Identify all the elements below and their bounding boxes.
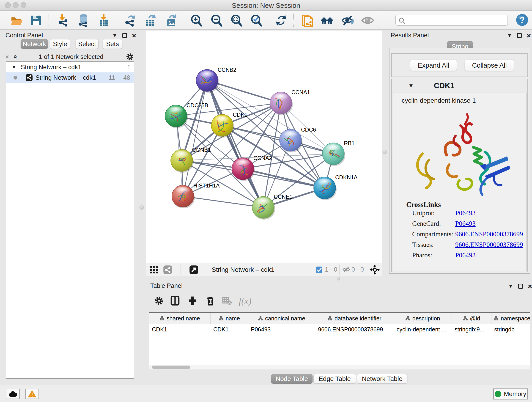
pan-crosshair-icon[interactable] xyxy=(370,265,380,275)
collapse-all-button[interactable]: Collapse All xyxy=(465,60,514,71)
table-panel-menu-icon[interactable]: ▼ xyxy=(508,283,513,289)
control-panel-close-icon[interactable]: × xyxy=(132,33,136,38)
export-table-icon[interactable] xyxy=(144,14,157,27)
crosslink-link[interactable]: 9606.ENSP00000378699 xyxy=(455,241,523,249)
table-cell[interactable]: CDK1 xyxy=(149,324,210,335)
memory-button[interactable]: Memory xyxy=(493,389,528,400)
collection-expand-icon[interactable]: ▼ xyxy=(12,65,16,70)
network-share-icon[interactable] xyxy=(163,265,172,274)
right-splitter-handle[interactable] xyxy=(382,150,387,154)
tab-network-table[interactable]: Network Table xyxy=(357,374,407,384)
warning-button[interactable] xyxy=(25,389,39,399)
column-header-namespace[interactable]: namespace xyxy=(491,313,532,324)
expand-all-networks-icon[interactable]: » xyxy=(11,55,19,59)
collapse-all-networks-icon[interactable]: » xyxy=(4,55,12,59)
table-cell[interactable]: stringdb xyxy=(491,324,532,335)
column-type-icon xyxy=(405,316,410,321)
crosslink-row: Pharos:P06493 xyxy=(412,251,522,262)
import-network-file-icon[interactable] xyxy=(56,14,70,27)
expand-all-button[interactable]: Expand All xyxy=(410,60,457,71)
table-panel-close-icon[interactable]: × xyxy=(528,284,532,289)
tab-style[interactable]: Style xyxy=(50,39,70,49)
tab-network[interactable]: Network xyxy=(21,39,48,49)
birds-eye-grid-icon[interactable] xyxy=(150,266,158,274)
show-columns-icon[interactable] xyxy=(170,295,180,306)
memory-label: Memory xyxy=(504,390,526,398)
table-cell[interactable]: stringdb:9... xyxy=(452,324,491,335)
crosslink-label: Uniprot: xyxy=(412,209,435,217)
column-type-icon xyxy=(258,316,263,321)
delete-column-icon[interactable] xyxy=(205,295,215,306)
gene-symbol: CDK1 xyxy=(434,81,455,90)
zoom-selected-icon[interactable] xyxy=(250,14,263,27)
show-graphics-eye-icon[interactable] xyxy=(361,14,374,27)
results-panel-close-icon[interactable]: × xyxy=(527,33,531,38)
delete-table-icon[interactable] xyxy=(222,295,232,306)
gene-section-header[interactable]: ▼ CDK1 xyxy=(392,79,527,92)
results-panel-menu-icon[interactable]: ▼ xyxy=(507,32,512,38)
network-collection-row[interactable]: ▼ String Network – cdk1 1 xyxy=(6,62,134,72)
open-in-window-icon[interactable] xyxy=(189,265,198,274)
table-horizontal-scrollbar[interactable] xyxy=(149,365,530,370)
zoom-in-icon[interactable] xyxy=(190,14,203,27)
string-network-graph[interactable]: CCNB2CCNA1CDC25BCDK1CDC6RB1CCNB1CCNA2CDK… xyxy=(146,31,382,263)
tab-select[interactable]: Select xyxy=(76,39,99,49)
table-cell[interactable]: 9606.ENSP00000378699 xyxy=(315,324,394,335)
tab-node-table[interactable]: Node Table xyxy=(271,374,312,384)
crosslink-link[interactable]: 9606.ENSP00000378699 xyxy=(455,230,523,238)
column-header-description[interactable]: description xyxy=(394,313,452,324)
node-label-CCNB1: CCNB1 xyxy=(192,147,211,153)
bottom-splitter-handle[interactable] xyxy=(336,277,340,281)
column-header-name[interactable]: name xyxy=(210,313,248,324)
network-options-gear-icon[interactable] xyxy=(126,52,134,61)
search-box[interactable] xyxy=(395,15,508,26)
column-header-database-identifier[interactable]: database identifier xyxy=(315,313,394,324)
hide-glass-eye-icon[interactable] xyxy=(341,14,354,27)
crosslink-link[interactable]: P06493 xyxy=(455,220,476,227)
function-builder-fx[interactable]: f(x) xyxy=(239,296,252,306)
add-column-icon[interactable] xyxy=(187,295,197,306)
column-header--id[interactable]: @id xyxy=(452,313,491,324)
results-panel-float-icon[interactable] xyxy=(517,33,522,38)
table-panel-float-icon[interactable] xyxy=(518,284,523,289)
refresh-icon[interactable] xyxy=(274,14,288,27)
zoom-fit-icon[interactable] xyxy=(230,14,243,27)
node-label-CCNA2: CCNA2 xyxy=(253,155,272,161)
table-options-gear-icon[interactable] xyxy=(154,295,164,306)
network-edge-count: 48 xyxy=(123,74,130,81)
table-cell[interactable]: cyclin-dependent ... xyxy=(394,324,452,335)
crosslink-link[interactable]: P06493 xyxy=(455,209,476,217)
tab-edge-table[interactable]: Edge Table xyxy=(313,374,356,384)
scrollbar-thumb[interactable] xyxy=(152,366,190,369)
toolbar-separator xyxy=(116,13,116,27)
help-icon[interactable]: ? xyxy=(516,14,528,26)
toolbar-separator xyxy=(339,264,340,274)
table-cell[interactable]: CDK1 xyxy=(210,324,248,335)
network-row[interactable]: String Network – cdk1 11 48 xyxy=(6,72,134,83)
toolbar-separator xyxy=(182,13,182,27)
column-header-canonical-name[interactable]: canonical name xyxy=(248,313,315,324)
import-table-icon[interactable] xyxy=(97,14,110,27)
table-cell[interactable]: P06493 xyxy=(248,324,315,335)
zoom-out-icon[interactable] xyxy=(210,14,223,27)
selected-checkbox-icon[interactable] xyxy=(316,266,323,273)
control-panel-menu-icon[interactable]: ▼ xyxy=(112,32,117,38)
tab-sets[interactable]: Sets xyxy=(103,39,122,49)
gene-collapse-icon[interactable]: ▼ xyxy=(408,83,414,89)
node-table[interactable]: shared namenamecanonical namedatabase id… xyxy=(149,312,530,370)
cloud-button[interactable] xyxy=(6,389,20,399)
node-label-CCNE1: CCNE1 xyxy=(274,194,292,200)
network-canvas[interactable]: CCNB2CCNA1CDC25BCDK1CDC6RB1CCNB1CCNA2CDK… xyxy=(146,30,382,263)
control-panel-float-icon[interactable] xyxy=(122,33,127,38)
search-input[interactable] xyxy=(408,16,504,25)
save-session-icon[interactable] xyxy=(29,14,43,27)
import-network-database-icon[interactable] xyxy=(77,14,90,27)
column-header-shared-name[interactable]: shared name xyxy=(149,313,210,324)
string-document-icon[interactable] xyxy=(302,14,315,27)
open-session-icon[interactable] xyxy=(10,14,23,27)
export-image-icon[interactable] xyxy=(165,14,178,27)
export-network-icon[interactable] xyxy=(123,14,137,27)
left-splitter-handle[interactable] xyxy=(139,205,144,210)
crosslink-link[interactable]: P06493 xyxy=(455,251,476,259)
string-home-icon[interactable] xyxy=(320,14,334,27)
